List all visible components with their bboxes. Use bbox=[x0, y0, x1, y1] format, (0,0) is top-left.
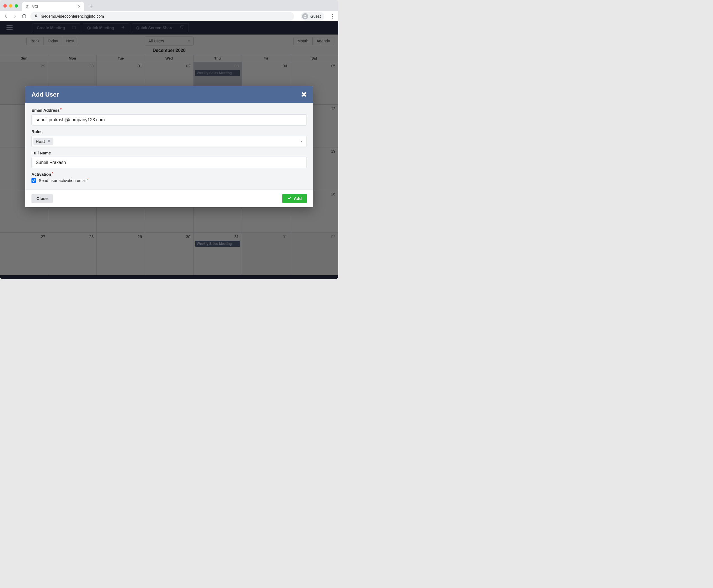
modal-title: Add User bbox=[32, 91, 59, 98]
window-minimize-icon[interactable] bbox=[9, 4, 12, 7]
add-user-modal: Add User ✖ Email Address* Roles Host ✕ ▾ bbox=[25, 86, 313, 207]
fullname-label: Full Name bbox=[32, 151, 307, 155]
add-button[interactable]: Add bbox=[282, 194, 307, 203]
email-input[interactable] bbox=[32, 114, 307, 126]
activation-label: Activation* bbox=[32, 172, 307, 176]
tab-close-icon[interactable]: ✕ bbox=[78, 4, 81, 9]
favicon-icon bbox=[25, 4, 30, 9]
svg-point-0 bbox=[26, 5, 27, 6]
browser-tab[interactable]: VCI ✕ bbox=[22, 2, 84, 11]
activation-checkbox-label: Send user activation email* bbox=[39, 178, 88, 183]
close-button[interactable]: Close bbox=[32, 194, 53, 203]
back-icon[interactable] bbox=[3, 14, 8, 19]
address-bar[interactable]: m4demo.videoconferencinginfo.com bbox=[30, 12, 294, 21]
tab-title: VCI bbox=[32, 4, 75, 9]
lock-icon bbox=[34, 14, 38, 19]
reload-icon[interactable] bbox=[21, 14, 26, 19]
activation-checkbox[interactable] bbox=[32, 178, 36, 183]
modal-close-icon[interactable]: ✖ bbox=[301, 91, 307, 99]
svg-point-1 bbox=[28, 5, 29, 6]
check-icon bbox=[287, 196, 292, 201]
role-chip-host: Host ✕ bbox=[34, 138, 53, 145]
svg-point-3 bbox=[304, 15, 306, 16]
roles-label: Roles bbox=[32, 129, 307, 134]
roles-select[interactable]: Host ✕ ▾ bbox=[32, 135, 307, 147]
window-maximize-icon[interactable] bbox=[15, 4, 18, 7]
email-label: Email Address* bbox=[32, 108, 307, 112]
profile-label: Guest bbox=[310, 14, 321, 19]
new-tab-button[interactable]: + bbox=[89, 2, 93, 10]
avatar-icon bbox=[302, 13, 308, 19]
browser-menu-icon[interactable]: ⋮ bbox=[330, 13, 335, 19]
svg-rect-2 bbox=[35, 16, 37, 17]
chevron-down-icon: ▾ bbox=[301, 139, 303, 143]
fullname-input[interactable] bbox=[32, 157, 307, 168]
url-text: m4demo.videoconferencinginfo.com bbox=[41, 14, 104, 19]
role-chip-remove-icon[interactable]: ✕ bbox=[47, 139, 51, 144]
window-close-icon[interactable] bbox=[3, 4, 7, 7]
forward-icon[interactable] bbox=[12, 14, 17, 19]
profile-chip[interactable]: Guest bbox=[301, 12, 324, 21]
